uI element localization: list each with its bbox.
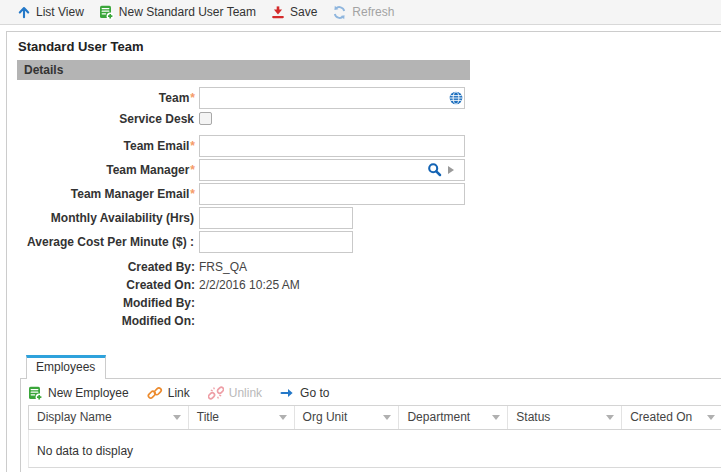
required-marker: *	[190, 187, 195, 201]
arrow-right-icon	[280, 386, 295, 400]
column-header-org-unit[interactable]: Org Unit	[295, 406, 400, 429]
details-section-header: Details	[17, 60, 470, 80]
unlink-label: Unlink	[229, 386, 262, 400]
new-form-icon	[28, 386, 43, 401]
no-data-message: No data to display	[37, 444, 133, 458]
filter-icon[interactable]	[383, 415, 391, 420]
filter-icon[interactable]	[492, 415, 500, 420]
average-cost-per-minute-input[interactable]	[199, 231, 353, 253]
service-desk-checkbox[interactable]	[199, 112, 212, 125]
save-label: Save	[290, 5, 317, 19]
refresh-label: Refresh	[352, 5, 394, 19]
lookup-expand-icon[interactable]	[448, 166, 454, 174]
unlink-button: Unlink	[208, 386, 262, 400]
link-label: Link	[168, 386, 190, 400]
save-download-icon	[271, 5, 285, 19]
team-input[interactable]	[199, 87, 465, 109]
link-icon	[147, 386, 163, 400]
main-toolbar: List View New Standard User Team	[0, 0, 721, 25]
employees-grid-empty-row: No data to display	[28, 430, 721, 468]
team-manager-label: Team Manager*	[10, 159, 195, 181]
created-on-label: Created On:	[10, 276, 195, 294]
team-email-input[interactable]	[199, 135, 465, 157]
new-form-icon	[99, 5, 114, 20]
tab-employees-label: Employees	[36, 360, 95, 374]
team-email-label: Team Email*	[10, 135, 195, 157]
average-cost-per-minute-label: Average Cost Per Minute ($) :	[10, 231, 195, 253]
modified-on-label: Modified On:	[10, 312, 195, 330]
filter-icon[interactable]	[279, 415, 287, 420]
refresh-icon	[332, 5, 347, 20]
filter-icon[interactable]	[173, 415, 181, 420]
go-to-button[interactable]: Go to	[280, 386, 329, 400]
save-button[interactable]: Save	[271, 5, 317, 19]
filter-icon[interactable]	[707, 415, 715, 420]
service-desk-label: Service Desk	[10, 108, 195, 130]
refresh-button: Refresh	[332, 5, 394, 20]
column-header-department[interactable]: Department	[399, 406, 508, 429]
arrow-up-icon	[17, 5, 31, 19]
team-manager-email-input[interactable]	[199, 183, 465, 205]
column-header-status[interactable]: Status	[508, 406, 622, 429]
go-to-label: Go to	[300, 386, 329, 400]
tab-employees[interactable]: Employees	[26, 355, 106, 379]
app-window: List View New Standard User Team	[0, 0, 721, 472]
created-by-value: FRS_QA	[199, 258, 247, 276]
new-standard-user-team-label: New Standard User Team	[119, 5, 256, 19]
filter-icon[interactable]	[606, 415, 614, 420]
new-employee-button[interactable]: New Employee	[28, 386, 129, 401]
required-marker: *	[190, 91, 195, 105]
column-header-display-name[interactable]: Display Name	[29, 406, 189, 429]
employees-grid-header: Display Name Title Org Unit Department S…	[28, 405, 721, 430]
list-view-label: List View	[36, 5, 84, 19]
required-marker: *	[190, 163, 195, 177]
search-icon[interactable]	[427, 162, 442, 177]
created-on-value: 2/2/2016 10:25 AM	[199, 276, 300, 294]
team-manager-email-label: Team Manager Email*	[10, 183, 195, 205]
monthly-availability-label: Monthly Availability (Hrs)	[10, 207, 195, 229]
new-standard-user-team-button[interactable]: New Standard User Team	[99, 5, 256, 20]
monthly-availability-input[interactable]	[199, 207, 353, 229]
employees-toolbar: New Employee Link	[28, 383, 329, 403]
page-title: Standard User Team	[18, 39, 143, 54]
modified-by-label: Modified By:	[10, 294, 195, 312]
new-employee-label: New Employee	[48, 386, 129, 400]
team-manager-input[interactable]	[199, 159, 465, 181]
globe-icon[interactable]	[449, 91, 463, 105]
link-button[interactable]: Link	[147, 386, 190, 400]
unlink-icon	[208, 386, 224, 400]
required-marker: *	[190, 139, 195, 153]
team-label: Team*	[10, 87, 195, 109]
column-header-title[interactable]: Title	[189, 406, 295, 429]
list-view-button[interactable]: List View	[17, 5, 84, 19]
created-by-label: Created By:	[10, 258, 195, 276]
column-header-created-on[interactable]: Created On	[622, 406, 721, 429]
